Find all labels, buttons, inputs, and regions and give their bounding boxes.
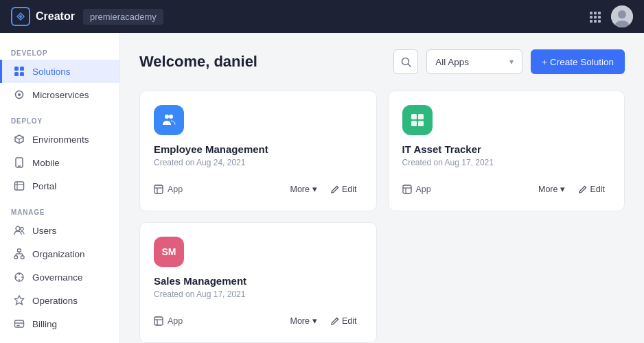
- svg-rect-26: [14, 256, 18, 259]
- grid-icon[interactable]: [589, 10, 601, 24]
- svg-rect-27: [21, 256, 25, 259]
- svg-rect-25: [18, 249, 21, 252]
- sidebar-item-mobile[interactable]: Mobile: [0, 151, 119, 174]
- employee-management-app-label: App: [154, 184, 281, 195]
- it-asset-tracker-footer: App More ▾ Edit: [402, 181, 611, 197]
- employee-management-footer: App More ▾ Edit: [154, 181, 363, 197]
- it-asset-tracker-app-label: App: [402, 184, 530, 195]
- sales-management-more-button[interactable]: More ▾: [284, 313, 322, 329]
- svg-rect-49: [411, 121, 417, 126]
- sidebar-item-operations[interactable]: Operations: [0, 289, 119, 312]
- sidebar: DEVELOP Solutions Microservices: [0, 33, 120, 343]
- it-asset-tracker-title: IT Asset Tracker: [402, 143, 611, 155]
- cards-grid: Employee Management Created on Aug 24, 2…: [139, 91, 625, 343]
- it-asset-tracker-edit-button[interactable]: Edit: [573, 182, 610, 197]
- operations-icon: [13, 294, 25, 307]
- svg-rect-15: [14, 72, 19, 76]
- app-icon: [402, 184, 412, 195]
- svg-point-43: [169, 115, 173, 119]
- governance-icon: [13, 271, 25, 283]
- sidebar-item-microservices[interactable]: Microservices: [0, 83, 119, 106]
- svg-point-42: [165, 115, 169, 119]
- sidebar-item-users-label: Users: [32, 226, 56, 236]
- svg-point-11: [618, 10, 626, 19]
- solutions-icon: [13, 65, 25, 78]
- sidebar-item-solutions-label: Solutions: [32, 67, 71, 77]
- employee-management-more-button[interactable]: More ▾: [284, 181, 322, 197]
- svg-rect-9: [598, 20, 601, 23]
- sidebar-item-users[interactable]: Users: [0, 219, 119, 242]
- mobile-icon: [13, 156, 25, 169]
- card-sales-management: SM Sales Management Created on Aug 17, 2…: [139, 222, 377, 343]
- svg-rect-54: [154, 317, 163, 325]
- filter-dropdown[interactable]: All Apps ▾: [426, 49, 522, 74]
- search-button[interactable]: [393, 49, 418, 74]
- sales-management-footer: App More ▾ Edit: [154, 313, 363, 329]
- users-icon: [13, 224, 25, 237]
- svg-rect-3: [598, 12, 601, 14]
- sales-management-title: Sales Management: [154, 275, 363, 287]
- svg-rect-1: [590, 12, 593, 14]
- svg-rect-6: [598, 16, 601, 19]
- sidebar-item-operations-label: Operations: [32, 296, 78, 306]
- sidebar-item-portal[interactable]: Portal: [0, 174, 119, 198]
- sidebar-item-environments[interactable]: Environments: [0, 128, 119, 151]
- svg-rect-16: [20, 72, 24, 76]
- sidebar-item-governance[interactable]: Governance: [0, 265, 119, 289]
- billing-icon: [13, 318, 25, 330]
- sales-management-subtitle: Created on Aug 17, 2021: [154, 289, 363, 299]
- svg-point-23: [16, 226, 20, 230]
- app-icon: [154, 316, 163, 327]
- sidebar-item-billing[interactable]: Billing: [0, 312, 119, 335]
- chevron-down-icon: ▾: [560, 184, 565, 194]
- it-asset-tracker-subtitle: Created on Aug 17, 2021: [402, 158, 611, 167]
- content-header: Welcome, daniel All Apps ▾ + Create Solu…: [139, 49, 625, 74]
- svg-rect-37: [15, 320, 24, 327]
- sidebar-item-organization[interactable]: Organization: [0, 242, 119, 265]
- create-solution-button[interactable]: + Create Solution: [531, 49, 625, 74]
- sidebar-item-environments-label: Environments: [32, 134, 89, 145]
- sidebar-item-portal-label: Portal: [32, 181, 56, 191]
- develop-section-label: DEVELOP: [0, 44, 119, 60]
- sales-management-edit-button[interactable]: Edit: [325, 314, 363, 329]
- sales-management-icon: SM: [154, 237, 184, 267]
- employee-management-icon: [154, 105, 184, 135]
- sidebar-item-organization-label: Organization: [32, 249, 85, 259]
- svg-point-0: [19, 15, 22, 18]
- page-title: Welcome, daniel: [139, 53, 385, 71]
- svg-point-24: [21, 227, 23, 230]
- svg-point-18: [18, 93, 21, 96]
- svg-rect-13: [14, 67, 19, 71]
- sidebar-item-governance-label: Governance: [32, 272, 83, 283]
- svg-rect-47: [411, 114, 417, 119]
- svg-rect-51: [403, 185, 411, 193]
- topnav: Creator premieracademy: [0, 0, 644, 33]
- sidebar-item-mobile-label: Mobile: [32, 158, 60, 168]
- environments-icon: [13, 133, 25, 145]
- it-asset-tracker-more-button[interactable]: More ▾: [533, 181, 571, 197]
- svg-rect-48: [418, 114, 424, 119]
- organization-icon: [13, 248, 25, 260]
- employee-management-edit-button[interactable]: Edit: [325, 182, 363, 197]
- employee-management-subtitle: Created on Aug 24, 2021: [154, 158, 363, 167]
- svg-rect-4: [590, 16, 593, 19]
- svg-rect-50: [418, 121, 424, 126]
- employee-management-title: Employee Management: [154, 143, 363, 155]
- chevron-down-icon: ▾: [312, 184, 317, 194]
- sidebar-item-solutions[interactable]: Solutions: [0, 60, 119, 83]
- logo-icon: [11, 7, 30, 26]
- portal-icon: [13, 180, 25, 192]
- svg-line-41: [408, 64, 411, 67]
- svg-rect-7: [590, 20, 593, 23]
- svg-rect-2: [594, 12, 597, 14]
- deploy-section-label: DEPLOY: [0, 112, 119, 128]
- avatar[interactable]: [611, 5, 633, 27]
- sales-management-initials: SM: [162, 246, 176, 257]
- org-name: premieracademy: [83, 9, 163, 25]
- sidebar-item-billing-label: Billing: [32, 319, 57, 329]
- it-asset-tracker-icon: [402, 105, 433, 135]
- card-it-asset-tracker: IT Asset Tracker Created on Aug 17, 2021…: [388, 91, 625, 211]
- logo: Creator: [11, 7, 75, 26]
- svg-rect-14: [20, 67, 24, 71]
- manage-section-label: MANAGE: [0, 203, 119, 219]
